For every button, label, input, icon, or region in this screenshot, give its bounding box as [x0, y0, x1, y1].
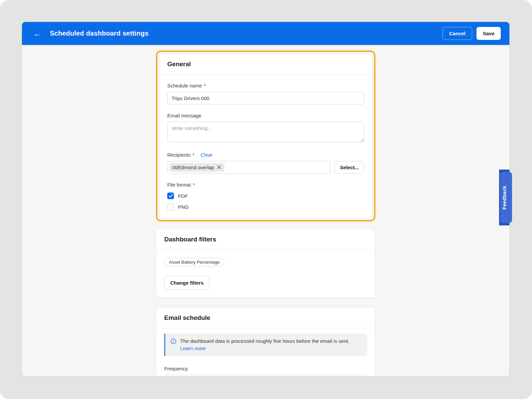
- pdf-checkbox[interactable]: [167, 193, 174, 199]
- remove-recipient-icon[interactable]: [217, 165, 221, 170]
- email-message-label: Email message: [167, 112, 364, 119]
- general-card-title: General: [159, 54, 372, 74]
- frequency-label: Frequency: [164, 365, 367, 372]
- app-header: ← Scheduled dashboard settings Cancel Sa…: [22, 22, 509, 45]
- learn-more-link[interactable]: Learn more: [180, 345, 206, 351]
- png-checkbox[interactable]: [167, 203, 174, 210]
- dashboard-filters-card: Dashboard filters Asset Battery Percenta…: [156, 229, 375, 298]
- settings-form: General Schedule name * Email message R: [156, 45, 375, 376]
- recipients-label-row: Recipients * · Clear: [167, 152, 364, 158]
- general-section-highlight: General Schedule name * Email message R: [156, 51, 375, 221]
- schedule-name-label: Schedule name *: [167, 82, 364, 89]
- required-asterisk: *: [193, 182, 195, 188]
- png-checkbox-label: PNG: [178, 204, 189, 210]
- app-window: ← Scheduled dashboard settings Cancel Sa…: [22, 22, 509, 376]
- schedule-name-input[interactable]: [167, 92, 364, 104]
- feedback-tab-label: Feedback: [501, 186, 507, 209]
- required-asterisk: *: [193, 152, 195, 158]
- page-title: Scheduled dashboard settings: [50, 30, 149, 37]
- email-message-textarea[interactable]: [167, 122, 364, 142]
- screen-background: ← Scheduled dashboard settings Cancel Sa…: [0, 0, 532, 399]
- label-separator-dot: ·: [197, 152, 199, 158]
- info-banner: The dashboard data is processed roughly …: [164, 333, 367, 356]
- feedback-tab[interactable]: Feedback: [499, 170, 509, 225]
- general-card: General Schedule name * Email message R: [159, 54, 372, 218]
- filter-pill: Asset Battery Percentage: [164, 258, 224, 267]
- info-banner-text: The dashboard data is processed roughly …: [180, 337, 362, 352]
- save-button[interactable]: Save: [476, 27, 501, 40]
- back-arrow-icon[interactable]: ←: [33, 30, 41, 38]
- change-filters-button[interactable]: Change filters: [164, 276, 209, 290]
- recipient-chip-label: 00Edmond overlap: [172, 165, 214, 170]
- file-format-label: File format *: [167, 182, 364, 188]
- clear-recipients-link[interactable]: Clear: [200, 152, 212, 158]
- email-schedule-title: Email schedule: [156, 308, 375, 328]
- dashboard-filters-title: Dashboard filters: [156, 229, 375, 250]
- cancel-button[interactable]: Cancel: [443, 27, 472, 40]
- recipient-chip: 00Edmond overlap: [169, 163, 224, 172]
- recipients-input[interactable]: 00Edmond overlap: [167, 161, 331, 174]
- file-format-option-png: PNG: [167, 203, 364, 210]
- select-recipients-button[interactable]: Select...: [334, 161, 364, 174]
- frequency-select[interactable]: Monthly: [164, 375, 367, 376]
- recipients-label: Recipients: [167, 152, 191, 158]
- info-icon: [171, 338, 176, 346]
- required-asterisk: *: [204, 82, 206, 89]
- file-format-option-pdf: PDF: [167, 193, 364, 199]
- email-schedule-card: Email schedule The dashboard data is pro…: [156, 307, 375, 376]
- pdf-checkbox-label: PDF: [178, 193, 188, 199]
